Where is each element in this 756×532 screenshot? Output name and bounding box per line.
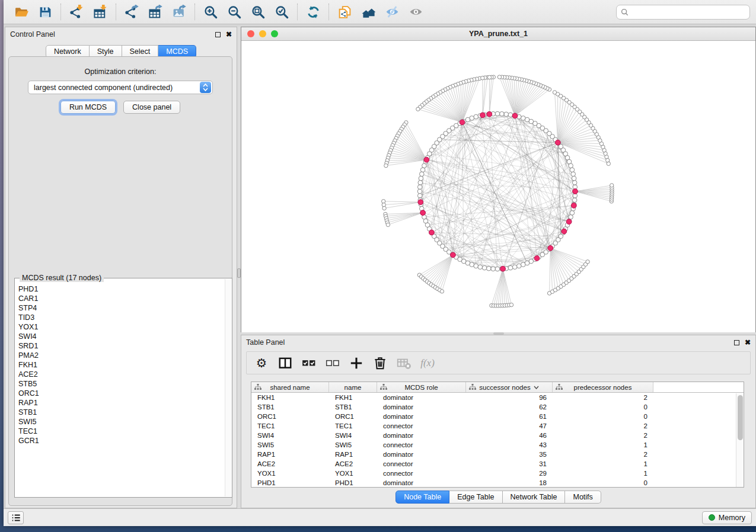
mcds-node-item[interactable]: CAR1 [18, 294, 225, 303]
save-button[interactable] [35, 3, 55, 21]
graph-node[interactable] [571, 172, 576, 177]
graph-leaf-node[interactable] [497, 75, 501, 79]
graph-node[interactable] [500, 111, 505, 116]
cell-successor-nodes[interactable]: 46 [466, 431, 553, 440]
graph-node[interactable] [419, 176, 423, 181]
settings-button[interactable]: ⚙ [254, 355, 269, 371]
cell-MCDS-role[interactable]: connector [377, 459, 466, 469]
graph-mcds-node[interactable] [512, 113, 518, 118]
mcds-node-item[interactable]: PHD1 [18, 284, 225, 294]
cell-MCDS-role[interactable]: dominator [377, 412, 466, 421]
mcds-node-item[interactable]: ORC1 [18, 389, 225, 398]
export-table-button[interactable] [145, 3, 165, 21]
graph-node[interactable] [420, 168, 425, 172]
graph-node[interactable] [470, 262, 474, 267]
graph-mcds-node[interactable] [480, 113, 486, 118]
import-network-button[interactable] [66, 3, 87, 21]
cell-shared-name[interactable]: RAP1 [251, 450, 329, 459]
graph-node[interactable] [418, 181, 423, 185]
graph-mcds-node[interactable] [451, 252, 456, 258]
run-mcds-button[interactable]: Run MCDS [60, 101, 116, 114]
column-header-predecessor-nodes[interactable]: predecessor nodes [553, 382, 653, 392]
cell-name[interactable]: FKH1 [329, 393, 377, 402]
cell-name[interactable]: STB1 [329, 402, 377, 412]
graph-leaf-node[interactable] [382, 200, 385, 203]
graph-mcds-node[interactable] [555, 140, 560, 145]
cell-name[interactable]: PHD1 [329, 478, 377, 488]
export-network-button[interactable] [122, 3, 142, 21]
cell-predecessor-nodes[interactable]: 2 [553, 393, 653, 402]
mcds-node-item[interactable]: STB5 [18, 379, 225, 389]
cell-shared-name[interactable]: TEC1 [251, 421, 329, 431]
cell-shared-name[interactable]: ORC1 [251, 412, 329, 421]
graph-leaf-node[interactable] [487, 75, 491, 79]
graph-mcds-node[interactable] [487, 111, 492, 117]
column-header-MCDS-role[interactable]: MCDS role [377, 382, 466, 392]
graph-node[interactable] [508, 265, 513, 270]
mcds-list-scrollbar[interactable] [225, 279, 231, 496]
close-panel-button[interactable]: Close panel [123, 101, 180, 114]
graph-node[interactable] [417, 185, 422, 190]
minimize-window-icon[interactable] [259, 30, 266, 37]
graph-node[interactable] [474, 264, 479, 268]
refresh-button[interactable] [303, 3, 323, 21]
cell-MCDS-role[interactable]: dominator [377, 478, 466, 488]
mcds-node-item[interactable]: PMA2 [18, 351, 225, 360]
mcds-node-item[interactable]: SRD1 [18, 341, 225, 351]
cell-MCDS-role[interactable]: dominator [377, 431, 466, 440]
table-row-SWI4[interactable]: SWI4SWI4dominator462 [251, 431, 744, 440]
cell-name[interactable]: ACE2 [329, 459, 377, 469]
graph-node[interactable] [521, 116, 526, 121]
select-all-button[interactable] [301, 355, 317, 371]
mcds-node-item[interactable]: GCR1 [18, 436, 225, 446]
cell-shared-name[interactable]: FKH1 [251, 393, 329, 402]
mcds-node-item[interactable]: SWI4 [18, 332, 225, 341]
column-header-shared-name[interactable]: shared name [251, 382, 329, 392]
cell-shared-name[interactable]: SWI4 [251, 431, 329, 440]
graph-node[interactable] [569, 215, 573, 220]
graph-node[interactable] [474, 114, 479, 119]
automation-menu-button[interactable] [8, 511, 24, 524]
criterion-select[interactable]: largest connected component (undirected) [28, 81, 213, 94]
graph-mcds-node[interactable] [573, 189, 578, 194]
graph-leaf-node[interactable] [509, 303, 513, 306]
table-tab-node-table[interactable]: Node Table [395, 491, 449, 504]
delete-button[interactable] [372, 355, 388, 371]
cell-predecessor-nodes[interactable]: 1 [553, 459, 653, 469]
float-panel-icon[interactable] [215, 32, 221, 37]
cell-shared-name[interactable]: SWI5 [251, 440, 329, 450]
table-row-RAP1[interactable]: RAP1RAP1dominator352 [251, 450, 744, 459]
scrollbar-thumb[interactable] [738, 395, 743, 440]
delete-table-button[interactable] [396, 355, 412, 371]
mcds-node-item[interactable]: STB1 [18, 408, 225, 417]
graph-mcds-node[interactable] [534, 256, 540, 261]
graph-node[interactable] [417, 189, 422, 194]
cell-shared-name[interactable]: YOX1 [251, 469, 329, 478]
cell-shared-name[interactable]: ACE2 [251, 459, 329, 469]
cell-name[interactable]: YOX1 [329, 469, 377, 478]
graph-mcds-node[interactable] [571, 203, 576, 209]
graph-node[interactable] [504, 112, 509, 117]
cell-successor-nodes[interactable]: 31 [466, 459, 553, 469]
mcds-node-item[interactable]: RAP1 [18, 398, 225, 408]
hide-selected-button[interactable] [382, 3, 402, 21]
cell-predecessor-nodes[interactable]: 2 [553, 450, 653, 459]
table-scrollbar[interactable] [736, 393, 744, 487]
table-row-ORC1[interactable]: ORC1ORC1dominator610 [251, 412, 744, 421]
graph-node[interactable] [572, 176, 576, 181]
table-row-FKH1[interactable]: FKH1FKH1dominator962 [251, 393, 744, 402]
graph-node[interactable] [512, 265, 517, 270]
cell-shared-name[interactable]: PHD1 [251, 478, 329, 488]
columns-button[interactable] [277, 355, 293, 371]
cell-successor-nodes[interactable]: 61 [466, 412, 553, 421]
graph-node[interactable] [495, 267, 500, 271]
cell-MCDS-role[interactable]: connector [377, 469, 466, 478]
graph-leaf-node[interactable] [416, 107, 420, 111]
table-tab-motifs[interactable]: Motifs [565, 491, 601, 504]
add-button[interactable] [349, 355, 364, 371]
zoom-out-button[interactable] [224, 3, 244, 21]
graph-leaf-node[interactable] [440, 290, 444, 293]
search-input[interactable] [631, 8, 745, 16]
cell-name[interactable]: ORC1 [329, 412, 377, 421]
graph-mcds-node[interactable] [420, 210, 426, 216]
